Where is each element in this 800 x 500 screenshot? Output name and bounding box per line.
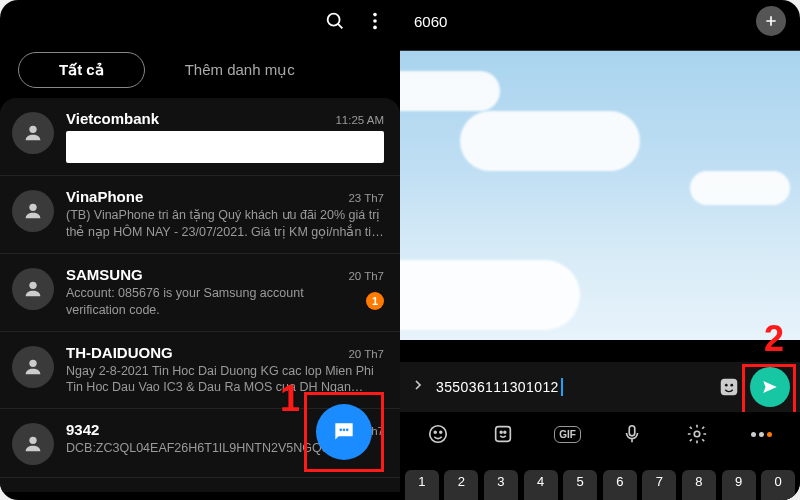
mic-icon[interactable]: [614, 416, 650, 452]
svg-point-13: [346, 429, 349, 432]
message-preview: Ngay 2-8-2021 Tin Hoc Dai Duong KG cac l…: [66, 363, 384, 397]
svg-point-0: [328, 14, 340, 26]
recipient-bar: 6060: [400, 0, 800, 42]
expand-icon[interactable]: [410, 377, 426, 397]
svg-point-24: [504, 431, 506, 433]
svg-rect-25: [630, 426, 636, 436]
tab-all[interactable]: Tất cả: [18, 52, 145, 88]
svg-point-18: [730, 384, 733, 387]
list-item[interactable]: SAMSUNG 20 Th7 Account: 085676 is your S…: [0, 253, 400, 331]
settings-icon[interactable]: [679, 416, 715, 452]
annotation-number: 2: [764, 318, 784, 360]
timestamp: 11:25 AM: [335, 114, 384, 126]
list-item[interactable]: Vietcombank 11:25 AM: [0, 98, 400, 175]
key[interactable]: 5: [563, 470, 597, 500]
compose-button[interactable]: [316, 404, 372, 460]
svg-line-1: [338, 24, 342, 28]
unread-badge: 1: [366, 292, 384, 310]
message-preview: [66, 131, 384, 163]
avatar: [12, 190, 54, 232]
avatar: [12, 268, 54, 310]
key[interactable]: 6: [603, 470, 637, 500]
svg-point-23: [500, 431, 502, 433]
sticker-icon[interactable]: [718, 376, 740, 398]
key[interactable]: 2: [444, 470, 478, 500]
add-recipient-button[interactable]: [756, 6, 786, 36]
avatar: [12, 112, 54, 154]
key[interactable]: 4: [524, 470, 558, 500]
message-preview: (TB) VinaPhone tri ân tặng Quý khách ưu …: [66, 207, 384, 241]
svg-rect-16: [721, 379, 738, 396]
svg-point-2: [373, 13, 377, 17]
key[interactable]: 0: [761, 470, 795, 500]
annotation-number: 1: [280, 378, 300, 420]
svg-point-7: [29, 281, 36, 288]
message-input-value: 355036111301012: [436, 379, 559, 395]
tabs: Tất cả Thêm danh mục: [0, 42, 400, 98]
more-keyboard-icon[interactable]: [744, 416, 780, 452]
emoji-icon[interactable]: [420, 416, 456, 452]
timestamp: 23 Th7: [348, 192, 384, 204]
gif-icon[interactable]: GIF: [550, 416, 586, 452]
key[interactable]: 1: [405, 470, 439, 500]
message-input-row: 355036111301012: [400, 362, 800, 412]
compose-screen: 6060 355036111301012 2: [400, 0, 800, 500]
svg-point-17: [725, 384, 728, 387]
timestamp: 20 Th7: [348, 348, 384, 360]
recipient-field[interactable]: 6060: [414, 13, 447, 30]
more-icon[interactable]: [364, 10, 386, 32]
sender-name: Vietcombank: [66, 110, 159, 127]
sender-name: 9342: [66, 421, 99, 438]
key[interactable]: 8: [682, 470, 716, 500]
avatar: [12, 423, 54, 465]
send-button[interactable]: [750, 367, 790, 407]
list-item[interactable]: Microsoft 14 Th7: [0, 477, 400, 492]
avatar: [12, 346, 54, 388]
key[interactable]: 7: [642, 470, 676, 500]
sender-name: TH-DAIDUONG: [66, 344, 173, 361]
search-icon[interactable]: [324, 10, 346, 32]
key[interactable]: 3: [484, 470, 518, 500]
sender-name: VinaPhone: [66, 188, 143, 205]
svg-point-12: [343, 429, 346, 432]
key[interactable]: 9: [722, 470, 756, 500]
svg-point-20: [435, 431, 437, 433]
svg-point-11: [339, 429, 342, 432]
timestamp: 20 Th7: [348, 270, 384, 282]
chat-background: [400, 50, 800, 340]
svg-point-4: [373, 26, 377, 30]
message-preview: Account: 085676 is your Samsung account …: [66, 285, 354, 319]
list-item[interactable]: VinaPhone 23 Th7 (TB) VinaPhone tri ân t…: [0, 175, 400, 253]
keyboard-toolbar: GIF: [400, 412, 800, 456]
svg-rect-22: [496, 427, 511, 442]
svg-point-9: [29, 437, 36, 444]
svg-point-21: [440, 431, 442, 433]
list-item[interactable]: TH-DAIDUONG 20 Th7 Ngay 2-8-2021 Tin Hoc…: [0, 331, 400, 409]
svg-point-19: [430, 426, 447, 443]
svg-point-6: [29, 204, 36, 211]
svg-point-26: [694, 431, 700, 437]
message-input[interactable]: 355036111301012: [436, 378, 708, 396]
svg-point-5: [29, 126, 36, 133]
top-bar: [0, 0, 400, 42]
tab-add-category[interactable]: Thêm danh mục: [169, 53, 311, 87]
messages-app: Tất cả Thêm danh mục Vietcombank 11:25 A…: [0, 0, 400, 500]
sender-name: SAMSUNG: [66, 266, 143, 283]
svg-point-3: [373, 19, 377, 23]
sender-name: Microsoft: [66, 490, 134, 492]
sticker-panel-icon[interactable]: [485, 416, 521, 452]
svg-point-8: [29, 359, 36, 366]
keyboard-number-row: 1 2 3 4 5 6 7 8 9 0: [400, 456, 800, 500]
